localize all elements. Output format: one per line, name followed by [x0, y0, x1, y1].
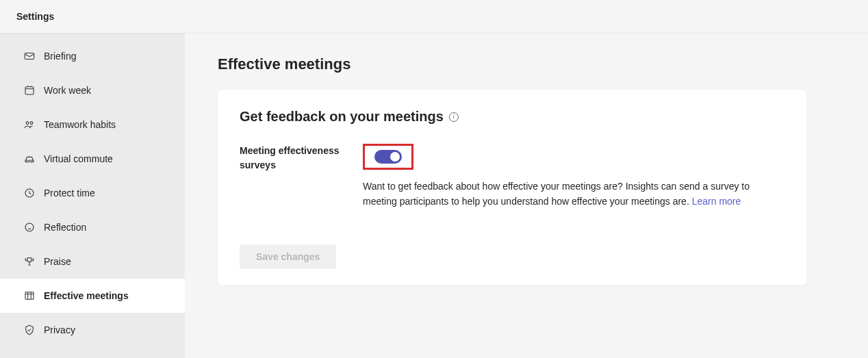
- clock-icon: [23, 187, 36, 199]
- meeting-surveys-toggle[interactable]: [374, 150, 402, 164]
- sidebar-item-label: Teamwork habits: [44, 119, 116, 130]
- svg-rect-0: [25, 53, 34, 60]
- sidebar-item-privacy[interactable]: Privacy: [0, 313, 185, 347]
- sidebar-item-reflection[interactable]: Reflection: [0, 210, 185, 244]
- settings-header: Settings: [0, 0, 868, 34]
- info-icon[interactable]: i: [449, 112, 459, 122]
- mail-icon: [23, 50, 36, 62]
- toggle-highlight-annotation: [363, 144, 413, 170]
- sidebar-item-label: Reflection: [44, 222, 86, 233]
- smiley-icon: [23, 221, 36, 233]
- sidebar-item-virtual-commute[interactable]: Virtual commute: [0, 142, 185, 176]
- grid-icon: [23, 290, 36, 302]
- sidebar-item-praise[interactable]: Praise: [0, 244, 185, 279]
- trophy-icon: [23, 255, 36, 268]
- sidebar-item-protect-time[interactable]: Protect time: [0, 176, 185, 210]
- setting-label: Meeting effectiveness surveys: [240, 144, 349, 172]
- sidebar-item-label: Briefing: [44, 51, 76, 62]
- sidebar-item-label: Protect time: [44, 188, 95, 199]
- main-content: Effective meetings Get feedback on your …: [185, 34, 868, 358]
- sidebar-item-teamwork-habits[interactable]: Teamwork habits: [0, 107, 185, 142]
- page-title: Effective meetings: [218, 55, 835, 73]
- shield-icon: [23, 324, 36, 336]
- svg-rect-1: [25, 87, 34, 94]
- svg-rect-6: [25, 292, 34, 300]
- car-icon: [23, 153, 36, 165]
- setting-description: Want to get feedback about how effective…: [363, 179, 784, 209]
- settings-title: Settings: [16, 11, 852, 22]
- sidebar-item-label: Virtual commute: [44, 153, 113, 164]
- sidebar-item-briefing[interactable]: Briefing: [0, 39, 185, 73]
- sidebar-item-work-week[interactable]: Work week: [0, 73, 185, 107]
- feedback-card: Get feedback on your meetings i Meeting …: [218, 90, 806, 285]
- sidebar-item-label: Praise: [44, 256, 71, 267]
- settings-sidebar: Briefing Work week Teamwork habits Virtu…: [0, 34, 185, 358]
- card-title: Get feedback on your meetings: [240, 109, 444, 125]
- calendar-icon: [23, 84, 36, 97]
- learn-more-link[interactable]: Learn more: [692, 196, 741, 207]
- meeting-effectiveness-setting: Meeting effectiveness surveys Want to ge…: [240, 144, 784, 209]
- people-icon: [23, 118, 36, 131]
- svg-point-3: [30, 122, 33, 125]
- sidebar-item-label: Privacy: [44, 324, 75, 335]
- sidebar-item-label: Work week: [44, 85, 91, 96]
- save-changes-button[interactable]: Save changes: [240, 244, 336, 269]
- sidebar-item-label: Effective meetings: [44, 290, 129, 301]
- svg-point-2: [26, 122, 29, 125]
- svg-point-5: [25, 223, 34, 231]
- sidebar-item-effective-meetings[interactable]: Effective meetings: [0, 279, 185, 313]
